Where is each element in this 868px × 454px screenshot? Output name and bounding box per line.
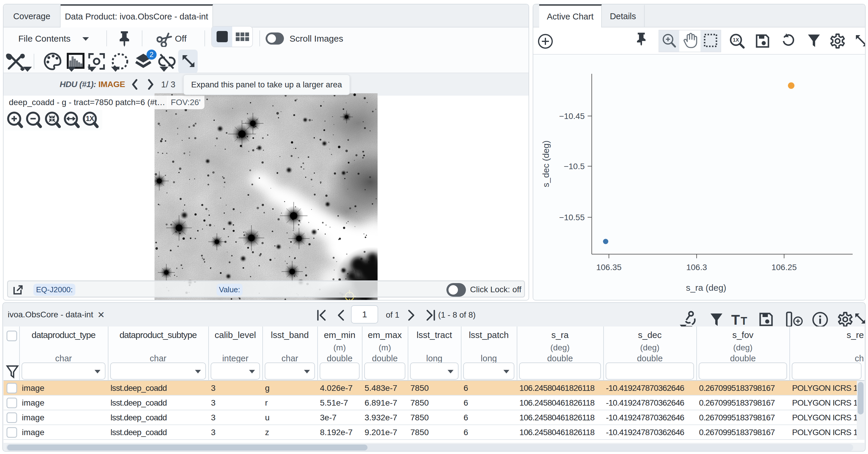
svg-text:−10.5: −10.5 xyxy=(564,162,585,171)
svg-text:s_dec (deg): s_dec (deg) xyxy=(541,140,551,187)
svg-text:−10.55: −10.55 xyxy=(559,213,585,222)
svg-text:1X: 1X xyxy=(733,37,739,43)
svg-text:106.25: 106.25 xyxy=(771,263,797,272)
svg-text:T: T xyxy=(741,315,747,327)
svg-text:1X: 1X xyxy=(86,115,94,123)
svg-text:−10.45: −10.45 xyxy=(559,111,585,121)
svg-text:T: T xyxy=(731,313,740,327)
svg-text:s_ra (deg): s_ra (deg) xyxy=(686,283,726,293)
svg-text:106.3: 106.3 xyxy=(686,263,707,272)
svg-text:106.35: 106.35 xyxy=(596,263,622,272)
